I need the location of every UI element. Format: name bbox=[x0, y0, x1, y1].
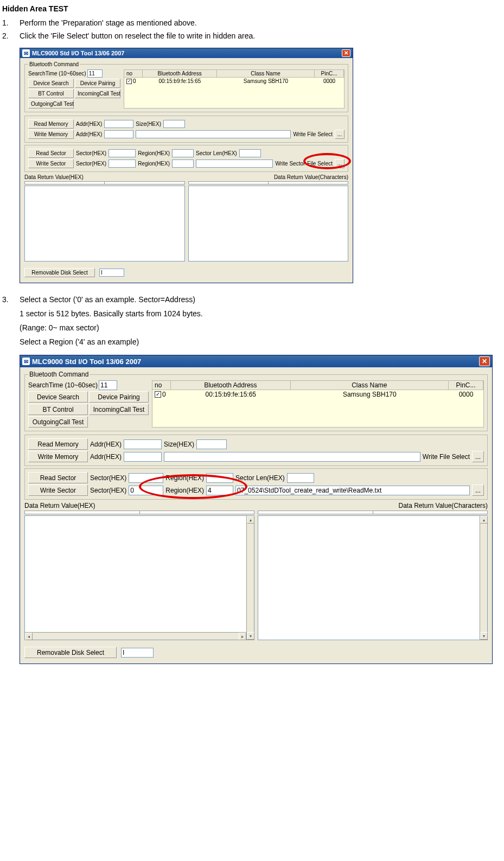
region-label: Region(HEX) bbox=[165, 487, 204, 494]
col-no: no bbox=[152, 381, 171, 390]
col-class: Class Name bbox=[291, 381, 449, 390]
removable-disk-select-button[interactable]: Removable Disk Select bbox=[24, 268, 95, 277]
sector-input[interactable] bbox=[109, 149, 136, 157]
size-label: Size(HEX) bbox=[136, 121, 161, 127]
drv-char-textarea[interactable] bbox=[188, 186, 349, 262]
scrollbar-vertical[interactable]: ▴ ▾ bbox=[246, 516, 254, 640]
write-file-path[interactable] bbox=[164, 452, 420, 462]
disk-letter-input[interactable] bbox=[99, 269, 124, 277]
read-memory-button[interactable]: Read Memory bbox=[28, 119, 74, 129]
searchtime-input[interactable] bbox=[87, 69, 103, 78]
read-sector-button[interactable]: Read Sector bbox=[28, 149, 74, 158]
sector-len-input[interactable] bbox=[287, 473, 314, 483]
drv-divider bbox=[24, 181, 185, 184]
step-number: 3. bbox=[2, 295, 20, 304]
device-search-button[interactable]: Device Search bbox=[28, 79, 74, 88]
step-2: 2. Click the 'File Select' button on res… bbox=[2, 31, 502, 40]
write-file-select-label: Write File Select bbox=[423, 453, 470, 461]
outgoing-call-test-button[interactable]: OutgoingCall Test bbox=[28, 99, 74, 109]
sector-len-input[interactable] bbox=[239, 149, 261, 157]
scroll-up-icon[interactable]: ▴ bbox=[480, 516, 488, 524]
searchtime-input[interactable] bbox=[99, 380, 117, 390]
app-window-1: ✉ MLC9000 Std I/O Tool 13/06 2007 ✕ Blue… bbox=[20, 48, 353, 283]
device-search-button[interactable]: Device Search bbox=[28, 391, 88, 403]
memory-group: Read Memory Addr(HEX) Size(HEX) Write Me… bbox=[24, 435, 488, 466]
addr-input-2[interactable] bbox=[104, 130, 133, 138]
drv-hex-textarea[interactable]: ▴ ▾ ◂ ▸ bbox=[24, 515, 254, 640]
drv-char-textarea[interactable]: ▴ ▾ bbox=[258, 515, 488, 640]
write-sector-button[interactable]: Write Sector bbox=[28, 159, 74, 168]
file-select-browse-button[interactable]: ... bbox=[472, 484, 484, 496]
addr-input[interactable] bbox=[124, 439, 162, 449]
read-memory-button[interactable]: Read Memory bbox=[28, 438, 88, 450]
step-number: 2. bbox=[2, 31, 20, 40]
removable-disk-select-button[interactable]: Removable Disk Select bbox=[24, 647, 117, 658]
addr-label: Addr(HEX) bbox=[90, 453, 122, 461]
size-input[interactable] bbox=[196, 439, 227, 449]
region-label: Region(HEX) bbox=[138, 150, 170, 156]
sector-file-path[interactable] bbox=[235, 486, 470, 495]
check-icon[interactable]: ✓ bbox=[155, 391, 161, 398]
table-row[interactable]: ✓0 00:15:b9:fe:15:65 Samsung SBH170 0000 bbox=[152, 390, 483, 399]
addr-label: Addr(HEX) bbox=[76, 121, 102, 127]
region-input-2[interactable] bbox=[172, 160, 194, 168]
close-icon[interactable]: ✕ bbox=[479, 356, 490, 366]
read-sector-button[interactable]: Read Sector bbox=[28, 472, 88, 483]
incoming-call-test-button[interactable]: IncomingCall Test bbox=[75, 89, 120, 98]
write-memory-button[interactable]: Write Memory bbox=[28, 451, 88, 462]
addr-input[interactable] bbox=[104, 120, 133, 128]
sector-input-2[interactable] bbox=[109, 160, 136, 168]
step-text: Select a Sector ('0' as an example. Sect… bbox=[20, 295, 502, 304]
sector-input[interactable] bbox=[129, 473, 163, 483]
disk-letter-input[interactable] bbox=[121, 648, 154, 658]
check-icon[interactable]: ✓ bbox=[126, 79, 132, 84]
scroll-right-icon[interactable]: ▸ bbox=[239, 633, 246, 640]
browse-button[interactable]: ... bbox=[335, 130, 344, 139]
region-input[interactable] bbox=[172, 149, 194, 157]
app-window-2: ✉ MLC9000 Std I/O Tool 13/06 2007 ✕ Blue… bbox=[20, 355, 493, 664]
outgoing-call-test-button[interactable]: OutgoingCall Test bbox=[28, 416, 88, 428]
scrollbar-vertical[interactable]: ▴ ▾ bbox=[480, 516, 487, 640]
bluetooth-command-group: Bluetooth Command SearchTime (10~60sec) … bbox=[24, 371, 488, 431]
bluetooth-legend: Bluetooth Command bbox=[28, 371, 90, 378]
bt-control-button[interactable]: BT Control bbox=[28, 404, 88, 415]
device-pairing-button[interactable]: Device Pairing bbox=[75, 79, 120, 88]
sector-label: Sector(HEX) bbox=[76, 150, 106, 156]
app-icon: ✉ bbox=[22, 358, 30, 365]
scroll-left-icon[interactable]: ◂ bbox=[25, 633, 33, 640]
window-title: MLC9000 Std I/O Tool 13/06 2007 bbox=[32, 358, 141, 366]
col-address: Bluetooth Address bbox=[171, 381, 291, 390]
size-input[interactable] bbox=[163, 120, 185, 128]
device-table: no Bluetooth Address Class Name PinC... … bbox=[152, 380, 484, 428]
table-row[interactable]: ✓0 00:15:b9:fe:15:65 Samsung SBH170 0000 bbox=[124, 78, 344, 85]
drv-divider bbox=[24, 511, 254, 514]
device-pairing-button[interactable]: Device Pairing bbox=[89, 391, 149, 403]
file-select-browse-button[interactable]: ... bbox=[335, 159, 344, 168]
step-3-line4: Select a Region ('4' as an example) bbox=[20, 337, 502, 346]
row-address: 00:15:b9:fe:15:65 bbox=[143, 78, 217, 85]
browse-button[interactable]: ... bbox=[472, 451, 484, 462]
col-class: Class Name bbox=[217, 70, 315, 77]
region-input-2[interactable] bbox=[206, 486, 233, 495]
scroll-up-icon[interactable]: ▴ bbox=[247, 516, 254, 524]
searchtime-label: SearchTime (10~60sec) bbox=[28, 71, 86, 76]
incoming-call-test-button[interactable]: IncomingCall Test bbox=[89, 404, 149, 415]
addr-input-2[interactable] bbox=[124, 452, 162, 462]
scroll-down-icon[interactable]: ▾ bbox=[480, 632, 488, 640]
sector-file-path[interactable] bbox=[196, 160, 273, 168]
sector-input-2[interactable] bbox=[129, 486, 163, 495]
write-file-path[interactable] bbox=[136, 130, 291, 138]
drv-hex-textarea[interactable] bbox=[24, 186, 185, 262]
step-3-line3: (Range: 0~ max sector) bbox=[20, 323, 502, 332]
row-no: 0 bbox=[162, 391, 166, 398]
col-no: no bbox=[124, 70, 143, 77]
write-memory-button[interactable]: Write Memory bbox=[28, 130, 74, 139]
region-input[interactable] bbox=[206, 473, 233, 483]
scrollbar-horizontal[interactable]: ◂ ▸ bbox=[25, 632, 246, 640]
close-icon[interactable]: ✕ bbox=[342, 49, 350, 57]
write-sector-button[interactable]: Write Sector bbox=[28, 484, 88, 496]
scroll-down-icon[interactable]: ▾ bbox=[247, 632, 254, 640]
row-address: 00:15:b9:fe:15:65 bbox=[171, 390, 291, 399]
addr-label: Addr(HEX) bbox=[90, 441, 122, 448]
bt-control-button[interactable]: BT Control bbox=[28, 89, 74, 98]
